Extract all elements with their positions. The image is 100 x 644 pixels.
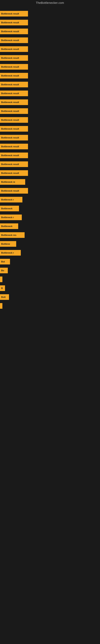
bar-row [0,275,100,284]
bar-label: Bottleneck result [1,154,19,156]
bottleneck-bar: Bottlene [0,241,16,247]
bar-row: Bottleneck result [0,98,100,107]
bottleneck-bar: B [0,285,5,291]
bottleneck-bar: Bott [0,294,9,300]
bottleneck-bar: Bottleneck result [0,188,28,194]
bottleneck-bar: Bottleneck res [0,232,25,238]
bar-row: Bottleneck r [0,213,100,222]
bar-label: Bott [1,296,6,298]
site-title: TheBottlenecker.com [0,0,100,6]
bar-row: B [0,284,100,292]
bottleneck-bar: Bottleneck result [0,108,28,114]
bar-row: Bottleneck r [0,248,100,257]
bar-row: Bottleneck result [0,124,100,133]
bottleneck-bar: Bottleneck result [0,38,28,43]
bottleneck-bar: Bottleneck result [0,73,28,78]
bar-row [0,302,100,310]
bottleneck-bar: Bottleneck result [0,152,28,158]
bar-row: Bottleneck res [0,231,100,240]
bottleneck-bar: Bottleneck result [0,20,28,25]
bar-label: Bottleneck result [1,48,19,50]
bar-label: Bot [1,260,5,263]
bar-label: Bo [1,269,4,272]
bar-label: Bottleneck res [1,234,16,236]
bottleneck-bar: Bottleneck result [0,46,28,52]
bar-label: Bottlene [1,243,10,245]
bottleneck-bar: Bottleneck result [0,144,28,149]
bar-row: Bottleneck [0,204,100,213]
bar-row: Bottleneck result [0,54,100,62]
bar-label: Bottleneck r [1,216,14,218]
bar-label: Bottleneck result [1,145,19,148]
bar-label: Bottleneck result [1,39,19,42]
bar-label: Bottleneck result [1,101,19,104]
bar-label: Bottleneck r [1,198,14,201]
bar-row: Bottleneck result [0,169,100,178]
bottleneck-bar: Bottleneck result [0,100,28,105]
bottleneck-bar: Bottleneck r [0,214,22,220]
bar-row: Bottleneck result [0,116,100,124]
bar-label: Bottleneck result [1,128,19,130]
bottleneck-bar: Bot [0,259,10,264]
bar-row: Bottleneck result [0,160,100,169]
bar-label: Bottleneck [1,207,12,210]
bar-label: Bottleneck result [1,172,19,174]
bar-row: Bottleneck r [0,195,100,204]
bar-label: Bottleneck result [1,74,19,77]
bar-row: Bottleneck result [0,89,100,98]
bar-label: Bottleneck result [1,66,19,68]
bar-label: Bottleneck result [1,92,19,94]
bar-row: Bottleneck result [0,107,100,116]
bar-label: Bottleneck result [1,12,19,15]
bar-row: Bottleneck result [0,27,100,36]
bottleneck-bar: Bottleneck [0,206,19,211]
bottleneck-bar: Bottleneck result [0,28,28,34]
bottleneck-bar [0,303,2,309]
bar-row: Bottleneck result [0,36,100,45]
bottleneck-bar: Bottleneck result [0,11,28,16]
bar-row: Bottleneck result [0,142,100,151]
bottleneck-bar: Bottleneck result [0,55,28,61]
bar-row: Bottleneck result [0,62,100,71]
bar-row: Bottleneck result [0,45,100,54]
bottleneck-bar: Bottleneck result [0,64,28,70]
bar-label: Bottleneck result [1,136,19,139]
bottleneck-bar: Bottleneck result [0,170,28,176]
bar-row: Bo [0,266,100,275]
bar-label: Bottleneck result [1,57,19,59]
bar-row: Bottleneck result [0,151,100,160]
bar-row: Bottleneck result [0,80,100,89]
bar-label: Bottleneck r [1,252,14,254]
bottleneck-bar: Bottleneck r [0,250,21,256]
bar-label: Bottleneck result [1,110,19,112]
bottleneck-bar [0,276,2,282]
bar-row: Bottleneck [0,222,100,231]
bottleneck-bar: Bo [0,268,8,273]
bar-row: Bott [0,292,100,302]
bar-row: Bottleneck re [0,178,100,186]
bottleneck-bar: Bottleneck [0,224,18,229]
bar-label: Bottleneck result [1,119,19,121]
bottleneck-bar: Bottleneck r [0,197,22,202]
bar-row: Bottleneck result [0,18,100,27]
bar-label: B [1,287,3,290]
bar-label: Bottleneck result [1,21,19,24]
bar-row: Bottleneck result [0,133,100,142]
bottleneck-bar: Bottleneck re [0,179,25,185]
bar-row: Bottleneck result [0,71,100,80]
bars-container: Bottleneck resultBottleneck resultBottle… [0,6,100,314]
bottleneck-bar: Bottleneck result [0,135,28,140]
bar-label: Bottleneck result [1,30,19,32]
bar-label: Bottleneck result [1,163,19,166]
bottleneck-bar: Bottleneck result [0,162,28,167]
bar-row: Bottleneck result [0,9,100,18]
bar-label: Bottleneck result [1,190,19,192]
bar-label: Bottleneck result [1,83,19,86]
bottleneck-bar: Bottleneck result [0,117,28,123]
bar-label: Bottleneck [1,225,12,228]
bar-row: Bottleneck result [0,186,100,195]
bar-row: Bottlene [0,240,100,248]
bottleneck-bar: Bottleneck result [0,126,28,132]
bar-row: Bot [0,257,100,266]
bottleneck-bar: Bottleneck result [0,82,28,87]
